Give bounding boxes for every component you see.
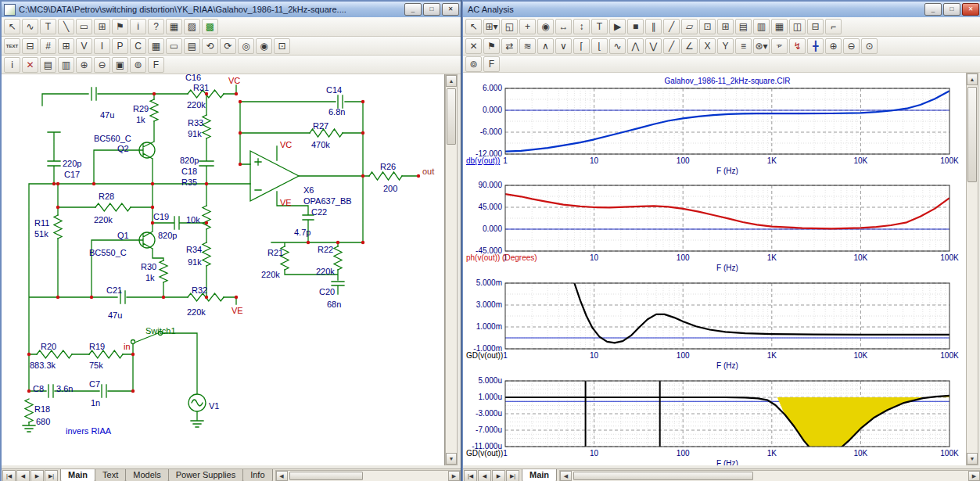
next-page-button[interactable]: ▶ [492, 470, 505, 481]
scrollbar-thumb[interactable] [573, 472, 753, 480]
analysis-plot-3[interactable]: 5.000m3.000m1.000m-1.000m1101001K10K100K… [463, 278, 964, 373]
power-toggle[interactable]: P [112, 38, 128, 54]
scroll-up-button[interactable]: ▲ [967, 74, 978, 85]
delete-all-objects-button[interactable]: ✕ [465, 38, 482, 54]
zoom-auto-button[interactable]: ⊙ [861, 38, 878, 54]
horizontal-grids-toggle[interactable]: ▦ [771, 19, 788, 34]
slope-icon[interactable]: ╱ [663, 38, 680, 54]
point-tag-mode[interactable]: ◉ [537, 19, 554, 34]
first-page-button[interactable]: |◀ [464, 470, 477, 481]
data-points-toggle[interactable]: ⊡ [699, 19, 716, 34]
go-to-y-button[interactable]: Y [717, 38, 734, 54]
rotate-cw-button[interactable]: ⟳ [220, 38, 236, 54]
text-tool[interactable]: T [591, 19, 608, 34]
baseline-toggle[interactable]: ⌐ [825, 19, 842, 34]
info-mode[interactable]: i [130, 19, 146, 34]
global-low-icon[interactable]: ⋁ [645, 38, 662, 54]
close-button[interactable]: ✕ [962, 3, 979, 16]
snapshot-button[interactable]: ▣ [112, 57, 128, 73]
peak-icon[interactable]: ∧ [537, 38, 554, 54]
minimize-button[interactable]: _ [404, 3, 422, 16]
analysis-plot-1[interactable]: 6.0000.000-6.000-12.0001101001K10K100Kdb… [463, 74, 964, 178]
scroll-right-button[interactable]: ▶ [448, 471, 460, 481]
cancel-button[interactable]: ✕ [22, 57, 38, 73]
picture-tool[interactable]: ▦ [166, 19, 182, 34]
zoom-in-button[interactable]: ⊕ [76, 57, 92, 73]
go-to-x-button[interactable]: X [699, 38, 716, 54]
scrollbar-thumb[interactable] [289, 472, 363, 480]
horizontal-tag-mode[interactable]: ↔ [555, 19, 572, 34]
pause-button[interactable]: ∥ [645, 19, 662, 34]
pin-numbers-toggle[interactable]: # [40, 38, 56, 54]
angle-icon[interactable]: ∠ [681, 38, 698, 54]
crosshair-icon[interactable]: ╋ [807, 38, 824, 54]
gear-dropdown[interactable]: ⊛▾ [753, 38, 770, 54]
cursor-mode[interactable]: + [519, 19, 536, 34]
low-icon[interactable]: ⌊ [591, 38, 608, 54]
last-page-button[interactable]: ▶| [506, 470, 519, 481]
run-button[interactable]: ▶ [609, 19, 626, 34]
rotate-ccw-button[interactable]: ⟲ [202, 38, 218, 54]
tab-models[interactable]: Models [125, 469, 168, 481]
high-icon[interactable]: ⌈ [573, 38, 590, 54]
line-tool[interactable]: ╱ [663, 19, 680, 34]
first-page-button[interactable]: |◀ [2, 470, 16, 481]
maximize-button[interactable]: □ [423, 3, 440, 16]
node-numbers-toggle[interactable]: ⊞ [58, 38, 74, 54]
analysis-vertical-scrollbar[interactable]: ▲ ▼ [966, 73, 978, 465]
ruler-toggle[interactable]: ▤ [735, 19, 752, 34]
schematic-vertical-scrollbar[interactable]: ▲ ▼ [445, 74, 458, 465]
repeat-find-button[interactable]: ◉ [256, 38, 272, 54]
paste-button[interactable]: ▥ [58, 57, 74, 73]
current-toggle[interactable]: I [94, 38, 110, 54]
next-page-button[interactable]: ▶ [31, 470, 44, 481]
find-component-button[interactable]: ◎ [238, 38, 254, 54]
help-mode[interactable]: ? [148, 19, 164, 34]
condition-toggle[interactable]: C [130, 38, 146, 54]
scrollbar-thumb[interactable] [447, 88, 456, 145]
scroll-left-button[interactable]: ◀ [276, 471, 288, 481]
vertical-grids-toggle[interactable]: ◫ [789, 19, 806, 34]
line-tool[interactable]: ╲ [58, 19, 74, 34]
maximize-button[interactable]: □ [943, 3, 960, 16]
inflection-icon[interactable]: ∿ [609, 38, 626, 54]
select-tool[interactable]: ↖ [465, 19, 482, 34]
select-tool[interactable]: ↖ [4, 19, 20, 34]
graphics-tool[interactable]: ▭ [76, 19, 92, 34]
prev-page-button[interactable]: ◀ [478, 470, 491, 481]
scrollbar-thumb[interactable] [967, 87, 977, 182]
zoom-out-button[interactable]: ⊖ [843, 38, 860, 54]
text-tool[interactable]: T [40, 19, 56, 34]
performance-tag-button[interactable]: 'P' [771, 38, 788, 54]
close-button[interactable]: ✕ [442, 3, 459, 16]
scroll-left-button[interactable]: ◀ [560, 471, 572, 481]
tab-main[interactable]: Main [522, 469, 557, 481]
title-block-toggle[interactable]: ▤ [184, 38, 200, 54]
color-palette[interactable]: ▨ [184, 19, 200, 34]
plus-mark-toggle[interactable]: ▥ [753, 19, 770, 34]
wire-tool[interactable]: ∿ [22, 19, 38, 34]
stop-button[interactable]: ■ [627, 19, 644, 34]
scroll-down-button[interactable]: ▼ [446, 453, 457, 465]
analysis-horizontal-scrollbar[interactable]: ◀ ▶ [559, 470, 980, 481]
polygon-tool[interactable]: ▱ [681, 19, 698, 34]
probe-icon[interactable]: ↯ [789, 38, 806, 54]
scrollbar-track[interactable] [967, 85, 978, 453]
web-button[interactable]: ⊚ [130, 57, 146, 73]
scroll-down-button[interactable]: ▼ [967, 453, 978, 465]
tab-info[interactable]: Info [242, 469, 272, 481]
ac-analysis-titlebar[interactable]: AC Analysis _ □ ✕ [463, 2, 980, 17]
pin-names-toggle[interactable]: ⊟ [22, 38, 38, 54]
waveform-buffer-button[interactable]: ≋ [519, 38, 536, 54]
properties-button[interactable]: ⊡ [274, 38, 290, 54]
font-button[interactable]: F [148, 57, 164, 73]
tab-power-supplies[interactable]: Power Supplies [168, 469, 243, 481]
valley-icon[interactable]: ∨ [555, 38, 572, 54]
scroll-right-button[interactable]: ▶ [968, 471, 980, 481]
schematic-canvas[interactable]: C1647uR291kR31220kVCC146.8nR3391kBC560_C… [2, 74, 445, 465]
node-voltages-toggle[interactable]: V [76, 38, 92, 54]
tab-main[interactable]: Main [60, 469, 95, 481]
zoom-in-button[interactable]: ⊕ [825, 38, 842, 54]
minimize-button[interactable]: _ [924, 3, 942, 16]
add-tag-button[interactable]: ⚑ [483, 38, 500, 54]
